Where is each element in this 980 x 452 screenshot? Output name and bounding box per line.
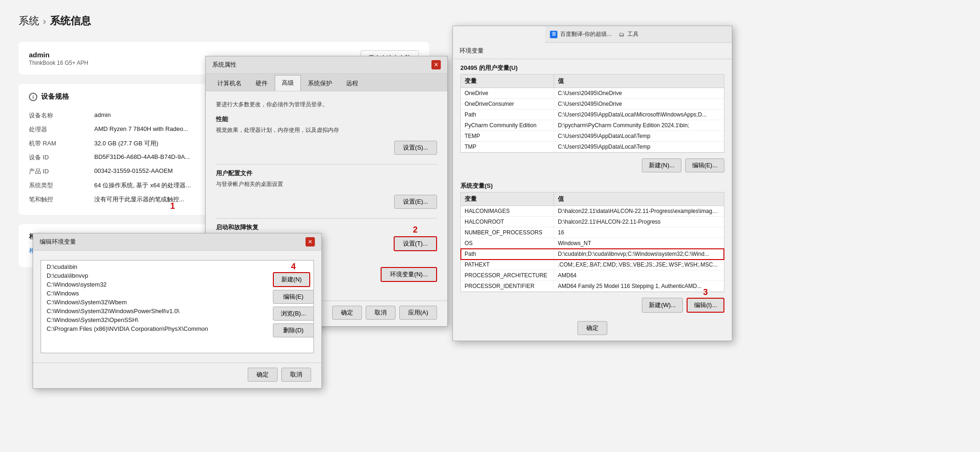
list-item[interactable]: C:\Program Files (x86)\NVIDIA Corporatio…	[45, 324, 310, 333]
table-row[interactable]: OneDriveConsumer C:\Users\20495\OneDrive	[461, 99, 724, 110]
tab-advanced[interactable]: 高级	[275, 75, 301, 91]
info-icon: i	[29, 93, 37, 101]
list-item[interactable]: C:\Windows\system32	[45, 280, 310, 289]
system-vars-header: 变量 值	[461, 192, 724, 206]
env-vars-title: 环境变量	[459, 47, 484, 55]
table-row[interactable]: OneDrive C:\Users\20495\OneDrive	[461, 88, 724, 99]
edit-env-ok-button[interactable]: 确定	[248, 368, 278, 382]
annotation-4: 4	[291, 262, 296, 272]
browser-tab-2-label[interactable]: 工具	[627, 30, 639, 38]
tab-computer-name[interactable]: 计算机名	[210, 75, 249, 91]
list-item[interactable]: C:\Windows	[45, 289, 310, 298]
system-vars-action-row: 新建(W)... 3 编辑(I)...	[453, 295, 732, 317]
edit-env-dialog: 编辑环境变量 ✕ D:\cuda\bin D:\cuda\libnvvp C:\…	[33, 233, 322, 389]
table-row[interactable]: TMP C:\Users\20495\AppData\Local\Temp	[461, 142, 724, 152]
breadcrumb: 系统 › 系统信息	[19, 14, 429, 28]
edit-user-var-button[interactable]: 编辑(E)...	[685, 158, 724, 172]
table-row[interactable]: PROCESSOR_IDENTIFIER AMD64 Family 25 Mod…	[461, 281, 724, 292]
breadcrumb-current: 系统信息	[50, 14, 91, 28]
folder-icon: 🗂	[619, 31, 625, 38]
browser-tab-2: 🗂 工具	[619, 30, 639, 38]
table-row[interactable]: OS Windows_NT	[461, 238, 724, 249]
dialog-close-button[interactable]: ✕	[431, 60, 441, 69]
ok-button[interactable]: 确定	[332, 306, 362, 320]
edit-env-titlebar: 编辑环境变量 ✕	[33, 233, 321, 251]
edit-env-title: 编辑环境变量	[40, 238, 76, 246]
user-profile-desc: 与登录帐户相关的桌面设置	[216, 180, 437, 188]
performance-label: 性能	[216, 115, 437, 123]
col-header-var: 变量	[461, 75, 554, 88]
annotation-2: 2	[413, 225, 417, 235]
new-path-button[interactable]: 新建(N)	[273, 272, 310, 287]
table-row[interactable]: PROCESSOR_ARCHITECTURE AMD64	[461, 270, 724, 281]
table-row[interactable]: PyCharm Community Edition D:\pycharm\PyC…	[461, 120, 724, 131]
apply-button[interactable]: 应用(A)	[399, 306, 437, 320]
path-row[interactable]: Path D:\cuda\bin;D:\cuda\libnvvp;C:\Wind…	[461, 249, 724, 260]
device-info: admin ThinkBook 16 G5+ APH	[29, 51, 88, 66]
edit-env-bottom-buttons: 确定 取消	[33, 363, 321, 388]
table-row[interactable]: PATHEXT .COM;.EXE;.BAT;.CMD;.VBS;.VBE;JS…	[461, 260, 724, 270]
user-vars-section-label: 20495 的用户变量(U)	[453, 59, 732, 74]
cancel-button[interactable]: 取消	[366, 306, 396, 320]
device-model: ThinkBook 16 G5+ APH	[29, 60, 88, 66]
user-vars-action-row: 新建(N)... 编辑(E)...	[453, 156, 732, 177]
breadcrumb-parent: 系统	[19, 14, 39, 28]
table-row[interactable]: Path C:\Users\20495\AppData\Local\Micros…	[461, 110, 724, 120]
list-item[interactable]: D:\cuda\bin	[45, 262, 310, 271]
table-row[interactable]: TEMP C:\Users\20495\AppData\Local\Temp	[461, 131, 724, 142]
edit-env-close-button[interactable]: ✕	[306, 237, 315, 247]
startup-settings-button[interactable]: 设置(T)...	[394, 236, 437, 251]
browser-tab-1-label[interactable]: 百度翻译-你的超级...	[560, 30, 612, 38]
list-item[interactable]: D:\cuda\libnvvp	[45, 271, 310, 280]
baidu-translate-icon: 百	[550, 31, 557, 38]
user-vars-table: 变量 值 OneDrive C:\Users\20495\OneDrive On…	[460, 74, 724, 153]
breadcrumb-separator: ›	[43, 16, 46, 27]
browser-tab-area: 百 百度翻译-你的超级... 🗂 工具	[545, 26, 732, 43]
system-vars-table: 变量 值 HALCONIMAGES D:\halcon22.11\data\HA…	[460, 192, 724, 292]
performance-settings-button[interactable]: 设置(S)...	[394, 141, 437, 155]
edit-sys-var-wrapper: 3 编辑(I)...	[687, 298, 724, 313]
edit-env-body: D:\cuda\bin D:\cuda\libnvvp C:\Windows\s…	[33, 251, 321, 363]
edit-env-side-buttons: 4 新建(N) 编辑(E) 浏览(B)... 删除(D)	[273, 272, 314, 337]
table-row[interactable]: HALCONROOT D:\halcon22.11\HALCON-22.11-P…	[461, 217, 724, 227]
admin-note: 要进行大多数更改，你必须作为管理员登录。	[216, 101, 437, 109]
annotation-1: 1	[170, 201, 175, 211]
list-item[interactable]: C:\Windows\System32\Wbem	[45, 298, 310, 307]
tab-remote[interactable]: 远程	[339, 75, 365, 91]
table-row[interactable]: HALCONIMAGES D:\halcon22.11\data\HALCON-…	[461, 206, 724, 217]
env-vars-dialog: 百 百度翻译-你的超级... 🗂 工具 环境变量 20495 的用户变量(U) …	[452, 26, 732, 341]
edit-env-cancel-button[interactable]: 取消	[281, 368, 311, 382]
env-ok-button[interactable]: 确定	[577, 321, 607, 335]
list-item[interactable]: C:\Windows\System32\OpenSSH\	[45, 315, 310, 324]
browse-button[interactable]: 浏览(B)...	[273, 307, 314, 321]
delete-button[interactable]: 删除(D)	[273, 323, 314, 337]
user-vars-header: 变量 值	[461, 75, 724, 88]
startup-label: 启动和故障恢复	[216, 223, 437, 232]
col-header-val-sys: 值	[554, 192, 724, 205]
system-vars-section-label: 系统变量(S)	[453, 177, 732, 192]
dialog-titlebar: 系统属性 ✕	[206, 56, 447, 74]
env-vars-titlebar: 环境变量	[453, 43, 732, 59]
user-profile-settings-button[interactable]: 设置(E)...	[394, 195, 437, 209]
tab-hardware[interactable]: 硬件	[249, 75, 275, 91]
new-user-var-button[interactable]: 新建(N)...	[642, 158, 681, 172]
user-profile-label: 用户配置文件	[216, 169, 437, 178]
env-dialog-body: 环境变量 20495 的用户变量(U) 变量 值 OneDrive C:\Use…	[453, 43, 732, 341]
env-btn-wrapper: 2 设置(T)...	[394, 236, 437, 260]
list-item[interactable]: C:\Windows\System32\WindowsPowerShell\v1…	[45, 307, 310, 315]
performance-desc: 视觉效果，处理器计划，内存使用，以及虚拟内存	[216, 126, 437, 134]
tab-system-protection[interactable]: 系统保护	[301, 75, 339, 91]
sys-props-title: 系统属性	[212, 61, 236, 69]
col-header-val: 值	[554, 75, 724, 88]
browser-tab-1: 百 百度翻译-你的超级...	[550, 30, 612, 38]
new-system-var-button[interactable]: 新建(W)...	[642, 298, 683, 313]
table-row[interactable]: NUMBER_OF_PROCESSORS 16	[461, 227, 724, 238]
edit-system-var-button[interactable]: 编辑(I)...	[687, 298, 724, 313]
env-vars-button[interactable]: 环境变量(N)...	[381, 267, 437, 282]
new-btn-wrapper: 4 新建(N)	[273, 272, 314, 287]
dialog-tabs: 计算机名 硬件 高级 系统保护 远程	[206, 74, 447, 91]
env-ok-row: 确定	[453, 317, 732, 341]
annotation-3: 3	[703, 288, 708, 297]
edit-path-button[interactable]: 编辑(E)	[273, 290, 314, 304]
device-name: admin	[29, 51, 88, 59]
